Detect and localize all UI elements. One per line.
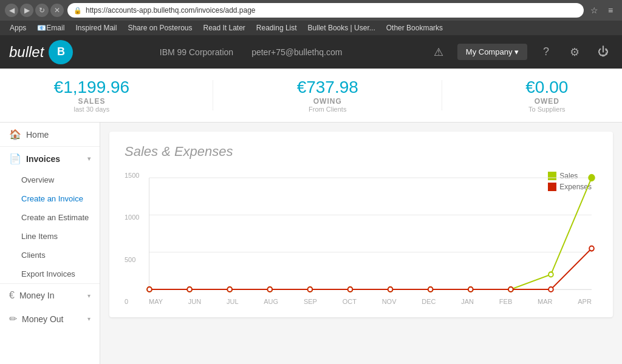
stat-sales: €1,199.96 SALES last 30 days xyxy=(54,78,130,113)
bookmark-label: Email xyxy=(46,24,64,32)
x-label-aug: AUG xyxy=(264,298,278,305)
back-button[interactable]: ◀ xyxy=(5,4,18,17)
help-button[interactable]: ? xyxy=(536,42,556,62)
chart-svg xyxy=(149,178,592,289)
company-selector[interactable]: My Company ▾ xyxy=(457,44,527,60)
bookmark-label: Other Bookmarks xyxy=(386,24,443,32)
sidebar-item-invoices[interactable]: 📄 Invoices ▾ xyxy=(0,147,100,170)
sales-amount: €1,199.96 xyxy=(54,78,130,97)
chart-y-axis: 1500 1000 500 0 xyxy=(125,172,146,305)
header-center: IBM 99 Corporation peter+75@bullethq.com xyxy=(73,47,428,57)
y-label-1500: 1500 xyxy=(125,172,146,179)
bookmark-other[interactable]: Other Bookmarks xyxy=(381,22,448,33)
x-label-may: MAY xyxy=(149,298,163,305)
sidebar-item-home[interactable]: 🏠 Home xyxy=(0,123,100,146)
bookmark-inspired-mail[interactable]: Inspired Mail xyxy=(70,22,121,33)
logo-text: bullet xyxy=(9,44,44,61)
bookmark-reading-list[interactable]: Reading List xyxy=(251,22,302,33)
invoices-label: Invoices xyxy=(26,154,60,164)
x-label-sep: SEP xyxy=(304,298,317,305)
x-label-jan: JAN xyxy=(461,298,474,305)
bookmark-apps[interactable]: Apps xyxy=(5,22,31,33)
svg-point-18 xyxy=(227,287,232,292)
app-header: bullet B IBM 99 Corporation peter+75@bul… xyxy=(0,35,622,69)
settings-button[interactable]: ⚙ xyxy=(565,42,584,62)
browser-nav-buttons: ◀ ▶ ↻ ✕ xyxy=(5,4,64,17)
sidebar-overview[interactable]: Overview xyxy=(0,170,100,189)
svg-point-22 xyxy=(388,287,393,292)
svg-point-23 xyxy=(428,287,433,292)
sidebar-item-money-out[interactable]: ✏ Money Out ▾ xyxy=(0,307,100,331)
bookmark-email[interactable]: 📧 Email xyxy=(32,22,69,33)
lock-icon: 🔒 xyxy=(73,7,82,15)
owed-label: OWED xyxy=(525,97,568,106)
bookmark-bullet[interactable]: Bullet Books | User... xyxy=(303,22,380,33)
bookmark-label: Inspired Mail xyxy=(75,24,117,32)
invoices-icon: 📄 xyxy=(9,153,21,164)
bookmark-label: Apps xyxy=(10,24,26,32)
home-icon: 🏠 xyxy=(9,129,21,140)
forward-button[interactable]: ▶ xyxy=(20,4,33,17)
sidebar: 🏠 Home 📄 Invoices ▾ Overview Create an I… xyxy=(0,123,100,364)
sales-sub: last 30 days xyxy=(54,106,130,113)
svg-point-14 xyxy=(549,272,553,277)
svg-point-19 xyxy=(267,287,272,292)
chart-wrapper: Sales Expenses 1500 1000 500 0 xyxy=(125,172,598,305)
browser-chrome: ◀ ▶ ↻ ✕ 🔒 https://accounts-app.bullethq.… xyxy=(0,0,622,35)
home-label: Home xyxy=(26,130,49,140)
stat-divider-1 xyxy=(213,80,213,110)
money-in-expand-icon: ▾ xyxy=(87,292,91,299)
stat-owing: €737.98 OWING From Clients xyxy=(297,78,358,113)
logo-icon: B xyxy=(49,40,73,64)
sales-label: SALES xyxy=(54,97,130,106)
money-out-label: Money Out xyxy=(22,314,63,324)
sidebar-create-estimate[interactable]: Create an Estimate xyxy=(0,208,100,227)
sidebar-export-invoices[interactable]: Export Invoices xyxy=(0,265,100,283)
money-out-icon: ✏ xyxy=(9,313,17,325)
address-bar[interactable]: 🔒 https://accounts-app.bullethq.com/invo… xyxy=(67,3,584,18)
power-button[interactable]: ⏻ xyxy=(593,42,613,62)
y-label-1000: 1000 xyxy=(125,214,146,221)
star-button[interactable]: ☆ xyxy=(587,4,601,17)
owing-amount: €737.98 xyxy=(297,78,358,97)
company-selector-label: My Company ▾ xyxy=(466,47,519,56)
company-name: IBM 99 Corporation xyxy=(160,47,233,57)
x-label-jun: JUN xyxy=(188,298,201,305)
bookmark-posterous[interactable]: Share on Posterous xyxy=(123,22,197,33)
bookmark-label: Share on Posterous xyxy=(128,24,192,32)
line-items-label: Line Items xyxy=(21,232,58,241)
content-area: Sales & Expenses Sales Expenses 1500 xyxy=(100,123,622,364)
bookmarks-bar: Apps 📧 Email Inspired Mail Share on Post… xyxy=(0,21,622,35)
bookmark-label: Read It Later xyxy=(203,24,245,32)
owed-sub: To Suppliers xyxy=(525,106,568,113)
bookmark-label: Reading List xyxy=(256,24,297,32)
stat-divider-2 xyxy=(442,80,442,110)
logo-area: bullet B xyxy=(9,40,73,64)
svg-point-25 xyxy=(508,287,513,292)
menu-button[interactable]: ≡ xyxy=(604,4,617,17)
svg-point-15 xyxy=(589,175,595,181)
bookmark-email-icon: 📧 xyxy=(37,24,46,32)
create-invoice-label: Create an Invoice xyxy=(21,194,83,203)
svg-point-17 xyxy=(187,287,192,292)
sidebar-clients[interactable]: Clients xyxy=(0,246,100,265)
money-out-expand-icon: ▾ xyxy=(87,315,91,322)
svg-point-21 xyxy=(348,287,353,292)
close-button[interactable]: ✕ xyxy=(50,4,64,17)
chart-title: Sales & Expenses xyxy=(125,144,598,160)
sidebar-create-invoice[interactable]: Create an Invoice xyxy=(0,189,100,208)
sidebar-invoices-section: 📄 Invoices ▾ Overview Create an Invoice … xyxy=(0,146,100,283)
sidebar-line-items[interactable]: Line Items xyxy=(0,227,100,246)
bookmark-read-later[interactable]: Read It Later xyxy=(198,22,250,33)
url-text: https://accounts-app.bullethq.com/invoic… xyxy=(86,6,256,15)
browser-toolbar: ◀ ▶ ↻ ✕ 🔒 https://accounts-app.bullethq.… xyxy=(0,0,622,21)
refresh-button[interactable]: ↻ xyxy=(35,4,49,17)
svg-point-27 xyxy=(589,246,594,251)
stat-owed: €0.00 OWED To Suppliers xyxy=(525,78,568,113)
owed-amount: €0.00 xyxy=(525,78,568,97)
warning-button[interactable]: ⚠ xyxy=(429,42,448,62)
owing-sub: From Clients xyxy=(297,106,358,113)
svg-point-26 xyxy=(549,287,553,292)
svg-point-16 xyxy=(147,287,152,292)
sidebar-item-money-in[interactable]: € Money In ▾ xyxy=(0,284,100,307)
